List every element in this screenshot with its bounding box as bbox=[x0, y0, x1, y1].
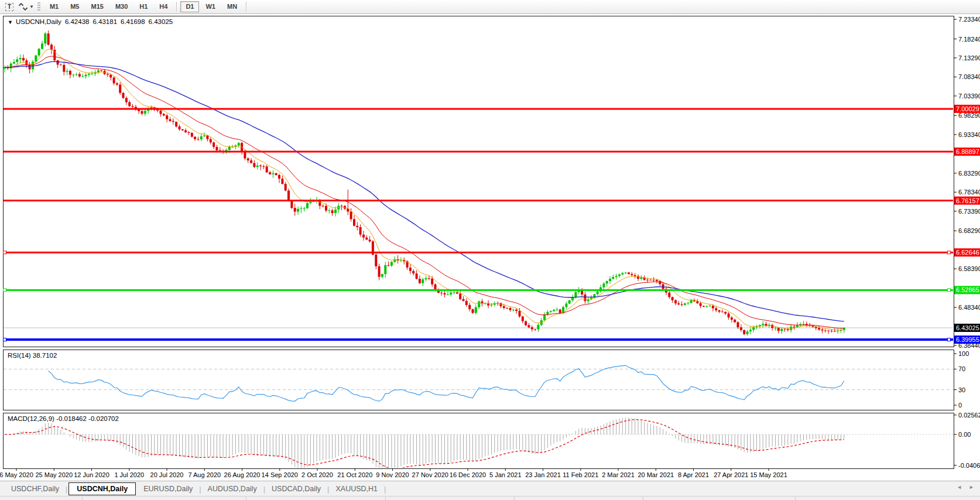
candle-body bbox=[780, 329, 783, 331]
candle-body bbox=[684, 303, 686, 305]
candle-body bbox=[606, 281, 608, 283]
toolbar-separator bbox=[176, 2, 177, 12]
candle-body bbox=[353, 219, 355, 225]
level-handle[interactable] bbox=[4, 289, 6, 292]
price-tick-label: 7.23340 bbox=[958, 16, 980, 23]
top-toolbar: T ▼ M1 M5 M15 M30 H1 H4 D1 W1 MN bbox=[0, 0, 980, 14]
candle-body bbox=[72, 75, 74, 76]
date-tick-label: 11 Feb 2021 bbox=[563, 471, 598, 478]
level-handle[interactable] bbox=[948, 338, 951, 341]
candle-body bbox=[113, 78, 115, 84]
candle-body bbox=[388, 265, 390, 266]
timeframe-w1-button[interactable]: W1 bbox=[200, 1, 221, 12]
candle-body bbox=[350, 211, 352, 219]
candle-body bbox=[44, 33, 46, 43]
macd-tick-label: -0.040687 bbox=[958, 462, 980, 469]
candle-body bbox=[100, 70, 102, 71]
candle-body bbox=[709, 306, 711, 306]
date-tick-label: 23 Jan 2021 bbox=[525, 471, 561, 478]
candle-body bbox=[166, 115, 168, 119]
timeframe-h1-button[interactable]: H1 bbox=[134, 1, 153, 12]
candle-body bbox=[815, 327, 817, 328]
candle-body bbox=[649, 280, 652, 280]
timeframe-m15-button[interactable]: M15 bbox=[85, 1, 108, 12]
candle-body bbox=[468, 305, 471, 309]
candle-body bbox=[459, 294, 461, 300]
candle-body bbox=[60, 64, 62, 65]
candle-body bbox=[543, 314, 546, 320]
candle-body bbox=[703, 306, 705, 307]
candle-body bbox=[259, 166, 262, 166]
dropdown-caret-icon: ▼ bbox=[29, 4, 34, 9]
chart-canvas[interactable]: 7.233407.182407.132907.083407.033906.982… bbox=[0, 0, 980, 481]
level-handle[interactable] bbox=[948, 251, 951, 254]
level-price-text: 6.39955 bbox=[956, 336, 979, 343]
candle-body bbox=[419, 279, 421, 283]
candle-body bbox=[503, 306, 505, 308]
level-handle[interactable] bbox=[948, 289, 951, 292]
price-tick-label: 6.93340 bbox=[958, 131, 980, 138]
candle-body bbox=[272, 173, 274, 174]
candle-body bbox=[287, 191, 290, 201]
date-tick-label: 20 Mar 2021 bbox=[638, 471, 674, 478]
tab-usdcad-daily[interactable]: USDCAD,Daily bbox=[265, 482, 327, 495]
candle-body bbox=[587, 299, 590, 301]
status-pane-divider bbox=[385, 497, 386, 500]
timeframe-m30-button[interactable]: M30 bbox=[110, 1, 133, 12]
tab-usdcnh-daily[interactable]: USDCNH,Daily bbox=[68, 482, 136, 495]
candle-body bbox=[450, 293, 452, 294]
timeframe-m5-button[interactable]: M5 bbox=[65, 1, 84, 12]
macd-label: MACD(12,26,9) -0.018462 -0.020702 bbox=[8, 415, 119, 422]
candle-body bbox=[574, 292, 577, 297]
level-handle[interactable] bbox=[4, 338, 6, 341]
candle-body bbox=[41, 43, 43, 49]
macd-name: MACD(12,26,9) bbox=[8, 415, 54, 422]
date-tick-label: 8 Apr 2021 bbox=[678, 471, 709, 478]
candle-body bbox=[677, 303, 680, 304]
tab-xauusd-h1[interactable]: XAUUSD,H1 bbox=[329, 482, 384, 495]
candle-body bbox=[281, 179, 283, 184]
tab-scroll-left-icon[interactable]: ◄ bbox=[957, 484, 962, 490]
candle-body bbox=[475, 307, 477, 313]
candle-body bbox=[188, 132, 190, 133]
date-tick-label: 15 May 2021 bbox=[750, 471, 787, 478]
date-tick-label: 25 May 2020 bbox=[35, 471, 73, 478]
tab-scroll-right-icon[interactable]: ► bbox=[969, 484, 974, 490]
candle-body bbox=[827, 330, 830, 331]
candle-body bbox=[821, 330, 824, 331]
candle-body bbox=[453, 293, 455, 293]
candle-body bbox=[556, 310, 558, 310]
candle-body bbox=[787, 329, 789, 330]
candle-body bbox=[144, 111, 146, 114]
candle-body bbox=[244, 152, 246, 158]
candle-body bbox=[728, 314, 730, 318]
candle-body bbox=[238, 143, 240, 145]
object-tool-button[interactable]: ▼ bbox=[18, 1, 35, 13]
legend-open: 6.42438 bbox=[65, 18, 90, 25]
level-handle[interactable] bbox=[4, 251, 6, 254]
timeframe-m1-button[interactable]: M1 bbox=[44, 1, 64, 12]
rsi-tick-label: 70 bbox=[958, 365, 965, 372]
candle-body bbox=[724, 312, 727, 314]
macd-signal: -0.020702 bbox=[88, 415, 119, 422]
candle-body bbox=[269, 172, 271, 174]
timeframe-h4-button[interactable]: H4 bbox=[154, 1, 173, 12]
candle-body bbox=[609, 279, 611, 281]
legend-low: 6.41698 bbox=[121, 18, 145, 25]
candle-body bbox=[275, 173, 277, 175]
timeframe-mn-button[interactable]: MN bbox=[222, 1, 242, 12]
candle-body bbox=[359, 227, 362, 235]
collapse-caret-icon[interactable]: ▼ bbox=[8, 19, 13, 25]
tab-audusd-daily[interactable]: AUDUSD,Daily bbox=[201, 482, 263, 495]
tab-usdchf-daily[interactable]: USDCHF,Daily bbox=[5, 482, 66, 495]
candle-body bbox=[88, 74, 90, 75]
rsi-panel-border bbox=[4, 350, 954, 410]
candle-body bbox=[285, 184, 287, 190]
candle-body bbox=[362, 235, 365, 238]
text-tool-button[interactable]: T bbox=[2, 1, 17, 13]
tab-eurusd-daily[interactable]: EURUSD,Daily bbox=[137, 482, 199, 495]
candle-body bbox=[715, 309, 717, 311]
timeframe-d1-button[interactable]: D1 bbox=[180, 1, 199, 12]
candle-body bbox=[752, 327, 755, 330]
candle-body bbox=[553, 310, 555, 311]
